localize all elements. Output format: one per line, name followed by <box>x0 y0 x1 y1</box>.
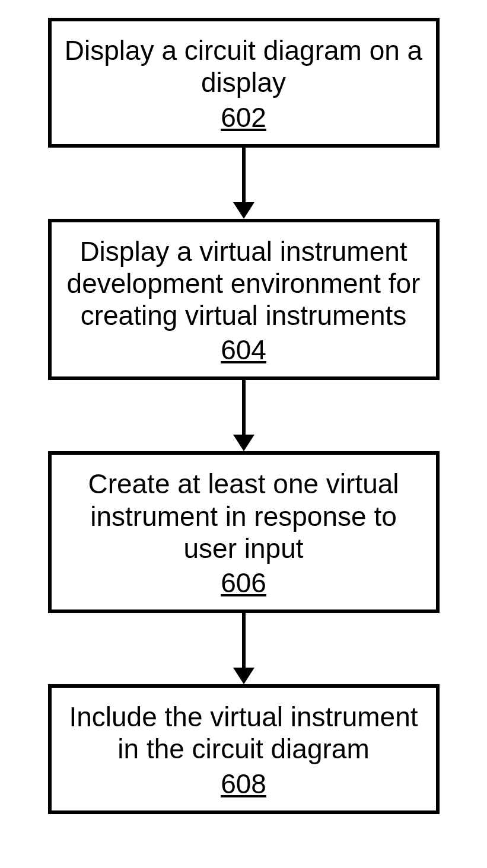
arrow-head-icon <box>233 435 254 451</box>
flow-step-ref: 606 <box>63 567 424 599</box>
flow-step-ref: 602 <box>63 101 424 133</box>
flow-step-text: Include the virtual instrument in the ci… <box>63 701 424 765</box>
arrow-head-icon <box>233 202 254 219</box>
arrow-line <box>242 380 246 435</box>
flow-step-602: Display a circuit diagram on a display 6… <box>48 18 440 148</box>
flow-step-text: Create at least one virtual instrument i… <box>63 468 424 564</box>
flowchart: Display a circuit diagram on a display 6… <box>0 0 487 814</box>
arrow-line <box>242 613 246 668</box>
flow-arrow <box>233 613 254 684</box>
flowchart-canvas: Display a circuit diagram on a display 6… <box>0 0 487 868</box>
flow-step-606: Create at least one virtual instrument i… <box>48 451 440 613</box>
arrow-head-icon <box>233 668 254 684</box>
arrow-line <box>242 148 246 202</box>
flow-step-604: Display a virtual instrument development… <box>48 219 440 381</box>
flow-step-608: Include the virtual instrument in the ci… <box>48 684 440 814</box>
flow-step-text: Display a circuit diagram on a display <box>63 34 424 99</box>
flow-arrow <box>233 148 254 219</box>
flow-arrow <box>233 380 254 451</box>
flow-step-ref: 608 <box>63 768 424 800</box>
flow-step-text: Display a virtual instrument development… <box>63 235 424 332</box>
flow-step-ref: 604 <box>63 334 424 366</box>
